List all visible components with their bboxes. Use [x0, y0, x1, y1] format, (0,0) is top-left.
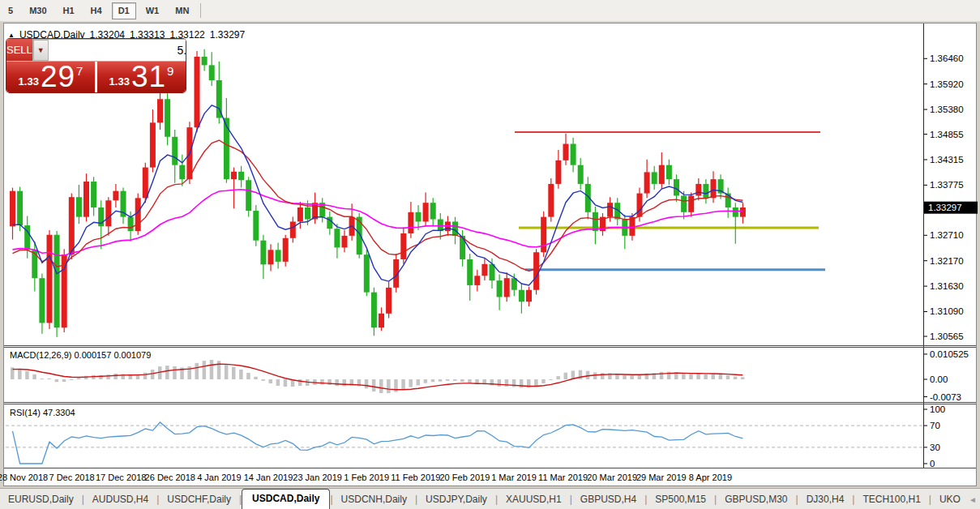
- svg-text:8 Apr 2019: 8 Apr 2019: [689, 473, 732, 482]
- svg-text:1.33297: 1.33297: [928, 203, 962, 212]
- svg-text:1.34315: 1.34315: [930, 155, 964, 165]
- svg-text:11 Feb 2019: 11 Feb 2019: [391, 473, 440, 482]
- tab-gbpusd[interactable]: GBPUSD,M30: [717, 491, 795, 509]
- date-axis: 28 Nov 20187 Dec 201817 Dec 201826 Dec 2…: [0, 473, 732, 482]
- one-click-trading-panel: SELL ▼ ▲ BUY 1.33 29 7 1.33 31 9: [6, 39, 186, 92]
- volume-spinner: ▼ ▲: [32, 39, 186, 62]
- svg-text:0.00: 0.00: [930, 374, 948, 384]
- timeframe-button-5[interactable]: 5: [2, 2, 19, 19]
- svg-text:14 Jan 2019: 14 Jan 2019: [244, 473, 293, 482]
- svg-text:29 Mar 2019: 29 Mar 2019: [636, 473, 687, 482]
- sell-button[interactable]: SELL: [6, 39, 32, 62]
- timeframe-button-d1[interactable]: D1: [112, 2, 136, 19]
- buy-price-pips: 31: [131, 60, 166, 92]
- svg-text:30: 30: [930, 443, 940, 452]
- svg-text:1.36460: 1.36460: [930, 53, 964, 63]
- timeframe-button-mn[interactable]: MN: [169, 2, 195, 19]
- tab-eurusd[interactable]: EURUSD,Daily: [0, 491, 82, 509]
- toolbar-separator: [200, 3, 201, 18]
- svg-text:1.33775: 1.33775: [930, 180, 964, 190]
- svg-text:0.010525: 0.010525: [930, 349, 969, 359]
- buy-price-prefix: 1.33: [109, 75, 130, 88]
- timeframe-button-w1[interactable]: W1: [139, 2, 166, 19]
- tab-usdcnh[interactable]: USDCNH,Daily: [333, 491, 415, 509]
- svg-text:1.35920: 1.35920: [930, 79, 964, 89]
- svg-text:20 Feb 2019: 20 Feb 2019: [440, 473, 490, 482]
- tab-usdjpy[interactable]: USDJPY,Daily: [417, 491, 495, 509]
- svg-text:-0.0073: -0.0073: [930, 392, 961, 402]
- tab-tech100[interactable]: TECH100,H1: [854, 491, 928, 509]
- svg-text:1 Mar 2019: 1 Mar 2019: [491, 473, 537, 482]
- sell-price-button[interactable]: 1.33 29 7: [6, 62, 95, 92]
- svg-text:1.31630: 1.31630: [930, 281, 964, 291]
- svg-text:23 Jan 2019: 23 Jan 2019: [293, 473, 342, 482]
- sell-price-pips: 29: [41, 60, 75, 92]
- chart-window-frame: [4, 24, 977, 486]
- svg-text:17 Dec 2018: 17 Dec 2018: [96, 473, 146, 482]
- tab-xauusd[interactable]: XAUUSD,H1: [498, 491, 570, 509]
- volume-input[interactable]: [49, 40, 186, 61]
- tab-gbpusd[interactable]: GBPUSD,H4: [572, 491, 644, 509]
- timeframe-button-m30[interactable]: M30: [23, 2, 53, 19]
- tab-audusd[interactable]: AUDUSD,H4: [84, 491, 156, 509]
- svg-text:7 Dec 2018: 7 Dec 2018: [49, 473, 94, 482]
- buy-price-button[interactable]: 1.33 31 9: [97, 62, 186, 92]
- tab-usdchf[interactable]: USDCHF,Daily: [159, 491, 239, 509]
- svg-text:70: 70: [930, 421, 940, 430]
- ohlc-close: 1.33297: [210, 29, 245, 41]
- rsi-indicator-label: RSI(14) 47.3304: [10, 408, 75, 417]
- svg-text:1.32710: 1.32710: [930, 230, 964, 240]
- tab-usdcad[interactable]: USDCAD,Daily: [242, 489, 330, 509]
- timeframe-button-h4[interactable]: H4: [84, 2, 109, 19]
- svg-text:1 Feb 2019: 1 Feb 2019: [344, 473, 389, 482]
- tab-scroll-left-icon[interactable]: ◄: [969, 495, 977, 504]
- volume-decrease-button[interactable]: ▼: [33, 40, 49, 61]
- svg-text:11 Mar 2019: 11 Mar 2019: [538, 473, 588, 482]
- tab-uko[interactable]: UKO: [931, 491, 969, 509]
- svg-text:1.34855: 1.34855: [930, 130, 964, 139]
- timeframe-toolbar: 5M30H1H4D1W1MN: [0, 0, 980, 22]
- svg-text:4 Jan 2019: 4 Jan 2019: [197, 473, 241, 482]
- symbol-tabbar: EURUSD,Daily|AUDUSD,H4|USDCHF,Daily|USDC…: [0, 488, 980, 509]
- tab-sp500[interactable]: SP500,M15: [647, 491, 714, 509]
- tab-dj30[interactable]: DJ30,H4: [798, 491, 853, 509]
- svg-text:1.31090: 1.31090: [930, 306, 964, 316]
- sell-price-prefix: 1.33: [19, 75, 39, 88]
- buy-price-point: 9: [167, 64, 173, 78]
- svg-text:1.35380: 1.35380: [930, 105, 964, 114]
- svg-text:100: 100: [930, 404, 945, 414]
- timeframe-button-h1[interactable]: H1: [57, 2, 81, 19]
- svg-text:0: 0: [930, 459, 935, 468]
- svg-text:20 Mar 2019: 20 Mar 2019: [587, 473, 637, 482]
- svg-text:1.30565: 1.30565: [930, 331, 964, 341]
- macd-indicator-label: MACD(12,26,9) 0.000157 0.001079: [10, 350, 151, 360]
- svg-text:28 Nov 2018: 28 Nov 2018: [0, 473, 48, 482]
- svg-text:1.32170: 1.32170: [930, 256, 964, 266]
- chart-window: 1.364601.359201.353801.348551.343151.337…: [0, 22, 980, 488]
- sell-price-point: 7: [76, 64, 83, 78]
- collapse-icon[interactable]: ▲: [8, 32, 15, 39]
- svg-text:26 Dec 2018: 26 Dec 2018: [145, 473, 195, 482]
